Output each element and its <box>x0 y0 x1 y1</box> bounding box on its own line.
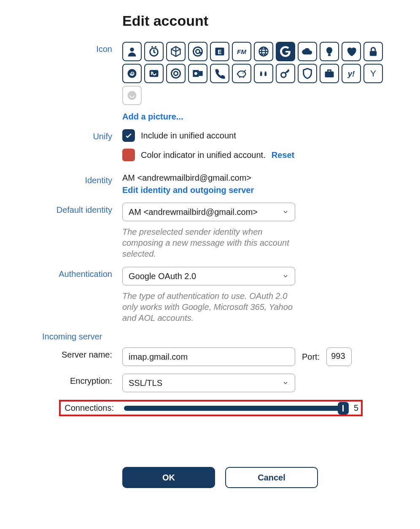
chevron-down-icon <box>282 209 289 215</box>
include-unified-label: Include in unified account <box>141 131 236 141</box>
ok-button[interactable]: OK <box>122 467 215 488</box>
color-indicator-label: Color indicator in unified account. <box>141 150 266 160</box>
color-indicator-swatch[interactable] <box>122 149 135 161</box>
page-title: Edit account <box>17 13 403 29</box>
slider-thumb[interactable] <box>338 402 349 415</box>
y-icon[interactable]: Y <box>363 64 383 83</box>
mailbox-icon[interactable] <box>144 64 164 83</box>
icon-grid: E FM y! Y <box>122 42 384 105</box>
lock-icon[interactable] <box>363 42 383 61</box>
svg-point-17 <box>238 71 246 77</box>
label-encryption: Encryption: <box>17 374 122 386</box>
connections-value: 5 <box>354 403 358 413</box>
default-identity-select[interactable]: AM <andrewmailbird@gmail.com> <box>122 203 295 221</box>
encryption-select[interactable]: SSL/TLS <box>122 374 295 392</box>
chevron-down-icon <box>282 380 289 386</box>
svg-text:FM: FM <box>237 48 246 55</box>
svg-text:Y: Y <box>370 68 376 78</box>
fm-icon[interactable]: FM <box>232 42 251 61</box>
cube-icon[interactable] <box>166 42 186 61</box>
connections-highlight: Connections: 5 <box>59 400 363 416</box>
piggy-icon[interactable] <box>232 64 251 83</box>
svg-rect-11 <box>150 70 159 77</box>
google-icon[interactable] <box>276 42 295 61</box>
exchange-icon[interactable]: E <box>210 42 229 61</box>
edit-identity-link[interactable]: Edit identity and outgoing server <box>122 185 403 195</box>
connections-slider[interactable] <box>124 406 349 411</box>
balloon-icon[interactable] <box>320 42 339 61</box>
clock-icon[interactable] <box>144 42 164 61</box>
svg-rect-9 <box>370 51 377 56</box>
person-icon[interactable] <box>122 42 142 61</box>
authentication-helper: The type of authentication to use. OAuth… <box>122 290 295 323</box>
swirl-icon[interactable] <box>122 64 142 83</box>
svg-rect-20 <box>325 71 334 77</box>
key-icon[interactable] <box>276 64 295 83</box>
globe-icon[interactable] <box>254 42 273 61</box>
reset-color-link[interactable]: Reset <box>272 150 294 160</box>
authentication-select[interactable]: Google OAuth 2.0 <box>122 267 295 285</box>
svg-text:y!: y! <box>347 69 355 78</box>
server-name-input[interactable]: imap.gmail.com <box>122 347 295 366</box>
label-connections: Connections: <box>61 403 124 413</box>
phone-icon[interactable] <box>210 64 229 83</box>
svg-point-12 <box>172 69 180 78</box>
circle-icon[interactable] <box>166 64 186 83</box>
svg-point-23 <box>128 91 137 100</box>
cloud-icon[interactable] <box>298 42 317 61</box>
cancel-button[interactable]: Cancel <box>225 467 318 488</box>
svg-text:E: E <box>218 49 221 55</box>
label-authentication: Authentication <box>17 267 122 279</box>
quote-icon[interactable] <box>254 64 273 83</box>
chevron-down-icon <box>282 273 289 279</box>
label-icon: Icon <box>17 42 122 54</box>
svg-point-18 <box>242 73 243 73</box>
briefcase-icon[interactable] <box>320 64 339 83</box>
svg-point-16 <box>194 72 197 75</box>
include-unified-checkbox[interactable] <box>122 129 135 142</box>
svg-point-2 <box>194 47 202 56</box>
heart-icon[interactable] <box>342 42 361 61</box>
svg-rect-15 <box>199 71 202 76</box>
label-server-name: Server name: <box>17 347 122 360</box>
disabled-icon[interactable] <box>122 86 142 105</box>
label-default-identity: Default identity <box>17 203 122 215</box>
outlook-icon[interactable] <box>188 64 207 83</box>
label-port: Port: <box>302 352 320 362</box>
svg-point-0 <box>130 48 134 52</box>
encryption-selected: SSL/TLS <box>129 378 162 388</box>
port-input[interactable]: 993 <box>326 347 352 366</box>
incoming-server-header: Incoming server <box>17 332 403 342</box>
at-icon[interactable] <box>188 42 207 61</box>
label-identity: Identity <box>17 173 122 185</box>
default-identity-helper: The preselected sender identity when com… <box>122 226 295 259</box>
authentication-selected: Google OAuth 2.0 <box>129 271 196 281</box>
port-value: 993 <box>331 351 345 361</box>
default-identity-selected: AM <andrewmailbird@gmail.com> <box>129 207 258 217</box>
svg-point-10 <box>128 69 137 78</box>
add-picture-link[interactable]: Add a picture... <box>122 112 403 122</box>
yahoo-icon[interactable]: y! <box>342 64 361 83</box>
svg-point-13 <box>174 71 178 75</box>
label-unify: Unify <box>17 129 122 141</box>
shield-icon[interactable] <box>298 64 317 83</box>
server-name-value: imap.gmail.com <box>129 352 188 362</box>
identity-value: AM <andrewmailbird@gmail.com> <box>122 173 403 183</box>
